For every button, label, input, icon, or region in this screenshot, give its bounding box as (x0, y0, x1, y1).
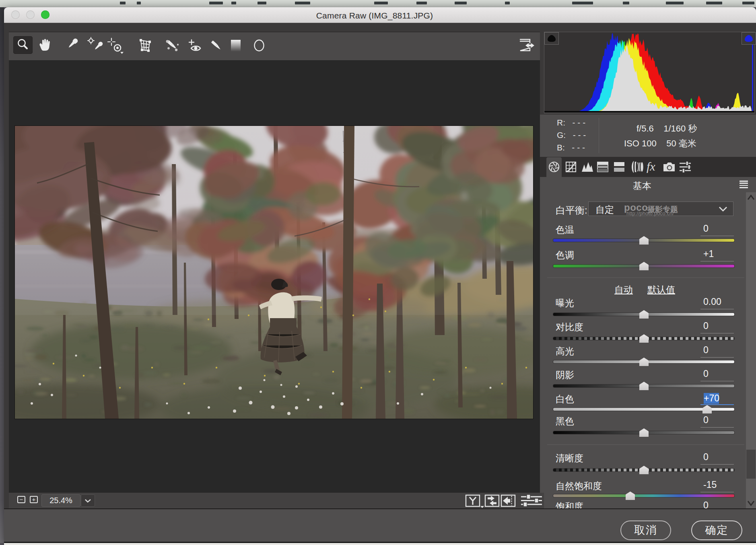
svg-text:fx: fx (647, 160, 655, 173)
